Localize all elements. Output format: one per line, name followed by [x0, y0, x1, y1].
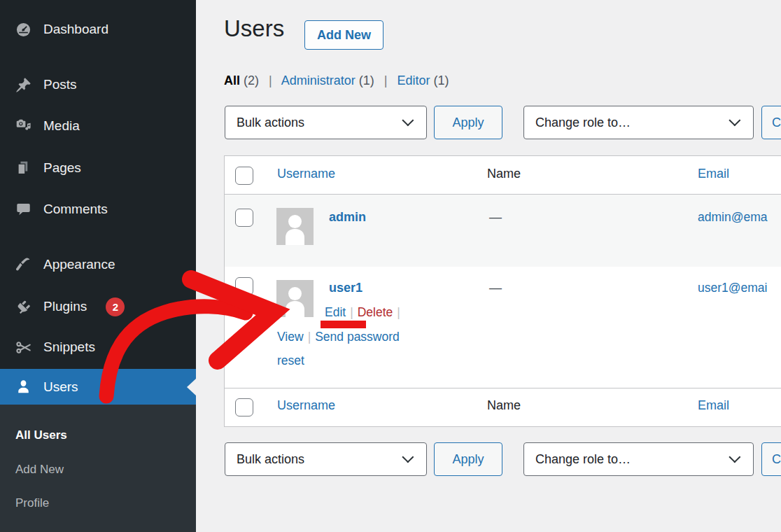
username-link[interactable]: admin: [329, 210, 366, 225]
chevron-down-icon: [729, 114, 740, 126]
sidebar-item-label: Comments: [43, 202, 108, 217]
sidebar-item-posts[interactable]: Posts: [0, 73, 196, 97]
column-header-email[interactable]: Email: [698, 167, 729, 181]
change-button[interactable]: Change: [761, 106, 781, 139]
scissors-icon: [15, 339, 31, 356]
brush-icon: [15, 256, 31, 273]
chevron-down-icon: [402, 114, 414, 126]
bulk-actions-select[interactable]: Bulk actions: [225, 106, 427, 139]
row-checkbox[interactable]: [235, 209, 253, 227]
column-footer-username[interactable]: Username: [277, 398, 335, 413]
column-footer-email[interactable]: Email: [698, 398, 729, 413]
active-menu-notch: [187, 379, 196, 396]
sidebar-item-label: Users: [43, 379, 78, 395]
avatar: [276, 280, 314, 317]
filter-administrator-link[interactable]: Administrator: [281, 74, 356, 88]
add-new-button[interactable]: Add New: [304, 20, 384, 50]
filter-separator: |: [269, 74, 272, 88]
sidebar-item-label: Plugins: [43, 299, 87, 314]
table-row-admin: admin — admin@ema: [225, 195, 781, 267]
plug-icon: [15, 298, 31, 315]
sidebar-item-users[interactable]: Users: [0, 369, 196, 405]
sidebar-subitem-profile[interactable]: Profile: [0, 492, 196, 514]
change-button-bottom[interactable]: Change: [761, 442, 781, 476]
send-password-reset-link-wrap[interactable]: reset: [277, 354, 304, 368]
sidebar-subitem-all-users[interactable]: All Users: [0, 424, 196, 447]
row-checkbox[interactable]: [235, 277, 253, 295]
sidebar-item-plugins[interactable]: Plugins 2: [0, 295, 196, 318]
comment-icon: [15, 201, 31, 218]
filter-all-count: (2): [244, 74, 259, 88]
chevron-down-icon: [729, 451, 740, 463]
column-header-username[interactable]: Username: [277, 167, 335, 181]
filter-separator: |: [384, 74, 388, 88]
select-all-checkbox[interactable]: [235, 167, 253, 185]
apply-button-bottom[interactable]: Apply: [434, 442, 502, 476]
top-toolbar: Bulk actions Apply Change role to… Chang…: [196, 106, 781, 139]
page-title: Users: [224, 15, 284, 42]
avatar: [276, 208, 314, 245]
pages-icon: [15, 160, 31, 176]
select-all-checkbox[interactable]: [235, 398, 253, 416]
subitem-label: All Users: [15, 428, 67, 442]
table-header-row: Username Name Email: [225, 156, 781, 195]
delete-link[interactable]: Delete: [358, 305, 393, 319]
email-link[interactable]: admin@ema: [698, 210, 767, 225]
action-separator: |: [397, 305, 400, 319]
media-icon: [15, 118, 31, 134]
users-table: Username Name Email admin — admin@ema us…: [224, 155, 781, 427]
user-icon: [15, 379, 31, 396]
sidebar-item-comments[interactable]: Comments: [0, 197, 196, 221]
filter-all-link[interactable]: All: [224, 74, 240, 88]
view-link[interactable]: View: [277, 330, 304, 344]
main-content: Users Add New All (2) | Administrator (1…: [196, 0, 781, 532]
apply-button[interactable]: Apply: [434, 106, 502, 139]
sidebar-item-pages[interactable]: Pages: [0, 156, 196, 180]
red-underline-annotation: [321, 321, 366, 328]
table-row-user1: user1 — user1@emai Edit|Delete| View|Sen…: [225, 267, 781, 388]
sidebar-item-snippets[interactable]: Snippets: [0, 335, 196, 359]
chevron-down-icon: [402, 451, 414, 463]
send-password-reset-link[interactable]: Send password: [315, 330, 400, 344]
admin-sidebar: Dashboard Posts Media Pages Comments: [0, 0, 196, 532]
sidebar-item-label: Snippets: [43, 340, 95, 355]
subitem-label: Add New: [15, 463, 64, 477]
user-role-filters: All (2) | Administrator (1) | Editor (1): [224, 74, 449, 88]
change-role-select[interactable]: Change role to…: [523, 106, 754, 139]
edit-link[interactable]: Edit: [325, 305, 346, 319]
row-actions-line2: View|Send password: [277, 330, 400, 344]
sidebar-item-dashboard[interactable]: Dashboard: [0, 18, 196, 41]
wordpress-admin-users-screen: Dashboard Posts Media Pages Comments: [0, 0, 781, 532]
sidebar-subitem-add-new[interactable]: Add New: [0, 458, 196, 481]
sidebar-item-label: Media: [43, 118, 80, 134]
subitem-label: Profile: [15, 496, 49, 510]
row-actions-line1: Edit|Delete|: [325, 305, 404, 320]
action-separator: |: [350, 305, 353, 319]
username-link[interactable]: user1: [329, 281, 363, 295]
change-role-select-bottom[interactable]: Change role to…: [523, 442, 754, 476]
filter-editor-count: (1): [434, 74, 449, 88]
change-role-value: Change role to…: [535, 452, 631, 467]
name-cell: —: [489, 210, 502, 225]
bottom-toolbar: Bulk actions Apply Change role to… Chang…: [196, 442, 781, 476]
pushpin-icon: [15, 76, 31, 93]
plugins-update-badge: 2: [106, 298, 125, 316]
filter-administrator-count: (1): [359, 74, 374, 88]
bulk-actions-value: Bulk actions: [237, 452, 304, 467]
bulk-actions-value: Bulk actions: [237, 115, 304, 130]
email-link[interactable]: user1@emai: [698, 281, 767, 295]
sidebar-item-label: Pages: [43, 160, 81, 176]
sidebar-item-label: Appearance: [43, 257, 115, 272]
row-actions-line3: reset: [277, 354, 304, 368]
sidebar-item-label: Dashboard: [43, 22, 108, 37]
filter-editor-link[interactable]: Editor: [397, 74, 430, 88]
dashboard-icon: [15, 21, 31, 38]
sidebar-item-label: Posts: [43, 77, 77, 92]
column-header-name: Name: [487, 167, 521, 181]
sidebar-item-media[interactable]: Media: [0, 114, 196, 138]
bulk-actions-select-bottom[interactable]: Bulk actions: [225, 442, 427, 476]
sidebar-item-appearance[interactable]: Appearance: [0, 253, 196, 276]
action-separator: |: [308, 330, 311, 344]
name-cell: —: [489, 281, 502, 295]
column-footer-name: Name: [487, 398, 521, 413]
